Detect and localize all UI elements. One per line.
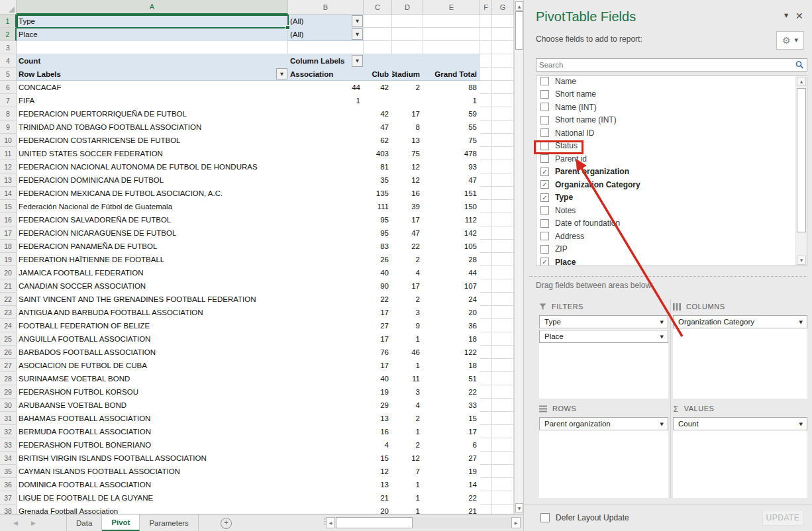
- rows-drop-area[interactable]: Parent organization▼: [539, 417, 668, 498]
- cell-D31[interactable]: 2: [392, 412, 423, 425]
- area-pill-organization-category[interactable]: Organization Category▼: [673, 315, 807, 328]
- row-header-9[interactable]: 9: [0, 121, 17, 134]
- cell-B5[interactable]: Association: [288, 68, 364, 81]
- cell-C5[interactable]: Club: [364, 68, 392, 81]
- field-item-zip[interactable]: ZIP: [540, 243, 568, 256]
- field-item-notes[interactable]: Notes: [540, 204, 576, 217]
- cell-C26[interactable]: 76: [364, 346, 392, 359]
- cell-G1[interactable]: [492, 15, 514, 28]
- cell-G10[interactable]: [492, 134, 514, 147]
- dropdown-arrow-icon[interactable]: ▼: [660, 320, 664, 325]
- cell-G16[interactable]: [492, 213, 514, 226]
- field-checkbox-notes[interactable]: [540, 206, 549, 215]
- columns-drop-area[interactable]: Organization Category▼: [673, 315, 807, 399]
- tab-nav-right-icon[interactable]: ▶: [31, 520, 36, 526]
- cell-D30[interactable]: 4: [392, 399, 423, 412]
- cell-D26[interactable]: 46: [392, 346, 423, 359]
- cell-B36[interactable]: [288, 478, 364, 491]
- defer-layout-update[interactable]: Defer Layout Update: [540, 513, 629, 522]
- area-pill-type[interactable]: Type▼: [539, 315, 668, 328]
- cell-C23[interactable]: 17: [364, 306, 392, 319]
- row-header-14[interactable]: 14: [0, 187, 17, 200]
- cell-A13[interactable]: FEDERACION DOMINICANA DE FUTBOL: [17, 173, 288, 187]
- cell-B4[interactable]: Column Labels▼: [288, 54, 364, 68]
- cell-B21[interactable]: [288, 279, 364, 293]
- cell-A18[interactable]: FEDERACION PANAMEÑA DE FUTBOL: [17, 240, 288, 253]
- cell-G32[interactable]: [492, 425, 514, 438]
- cell-A35[interactable]: CAYMAN ISLANDS FOOTBALL ASSOCIATION: [17, 465, 288, 478]
- cell-A15[interactable]: Federación Nacional de Fútbol de Guatema…: [17, 200, 288, 213]
- cell-F9[interactable]: [480, 121, 492, 134]
- cell-A1[interactable]: Type: [17, 15, 288, 28]
- cell-F26[interactable]: [480, 346, 492, 359]
- row-header-23[interactable]: 23: [0, 306, 17, 319]
- field-item-name[interactable]: Name: [540, 75, 576, 87]
- cell-E2[interactable]: [423, 28, 480, 41]
- cell-F14[interactable]: [480, 187, 492, 200]
- field-checkbox-place[interactable]: ✓: [540, 258, 549, 266]
- cell-F27[interactable]: [480, 359, 492, 372]
- row-header-1[interactable]: 1: [0, 15, 17, 28]
- cell-A25[interactable]: ANGUILLA FOOTBALL ASSOCIATION: [17, 332, 288, 346]
- sheet-tab-pivot[interactable]: Pivot: [102, 514, 140, 531]
- row-header-27[interactable]: 27: [0, 359, 17, 372]
- cell-C33[interactable]: 4: [364, 438, 392, 452]
- row-header-10[interactable]: 10: [0, 134, 17, 147]
- cell-G2[interactable]: [492, 28, 514, 41]
- cell-A23[interactable]: ANTIGUA AND BARBUDA FOOTBALL ASSOCIATION: [17, 306, 288, 319]
- cell-F1[interactable]: [480, 15, 492, 28]
- cell-C22[interactable]: 22: [364, 293, 392, 306]
- cell-F11[interactable]: [480, 147, 492, 160]
- filter-value-dropdown-button[interactable]: ▼: [352, 28, 363, 40]
- cell-A22[interactable]: SAINT VINCENT AND THE GRENADINES FOOTBAL…: [17, 293, 288, 306]
- cell-G22[interactable]: [492, 293, 514, 306]
- column-header-A[interactable]: A: [17, 0, 288, 15]
- cell-E31[interactable]: 15: [423, 412, 480, 425]
- cell-B29[interactable]: [288, 385, 364, 399]
- cell-F19[interactable]: [480, 253, 492, 266]
- cell-F38[interactable]: [480, 505, 492, 514]
- sheet-tab-data[interactable]: Data: [66, 514, 102, 531]
- sheet-tab-parameters[interactable]: Parameters: [140, 514, 198, 531]
- cell-F24[interactable]: [480, 319, 492, 332]
- cell-G9[interactable]: [492, 121, 514, 134]
- field-checkbox-national-id[interactable]: [540, 128, 549, 137]
- scroll-up-icon[interactable]: ▲: [797, 77, 806, 86]
- tools-button[interactable]: ⚙ ▼: [776, 31, 804, 50]
- field-item-parent-organization[interactable]: ✓Parent organization: [540, 166, 629, 178]
- cell-F36[interactable]: [480, 478, 492, 491]
- cell-E17[interactable]: 142: [423, 226, 480, 240]
- select-all-corner[interactable]: [0, 0, 17, 15]
- cell-D8[interactable]: 17: [392, 107, 423, 121]
- column-header-G[interactable]: G: [492, 0, 514, 15]
- cell-D2[interactable]: [392, 28, 423, 41]
- row-header-3[interactable]: 3: [0, 41, 17, 54]
- cell-F30[interactable]: [480, 399, 492, 412]
- cell-F37[interactable]: [480, 491, 492, 505]
- field-item-organization-category[interactable]: ✓Organization Category: [540, 178, 640, 191]
- cell-E33[interactable]: 6: [423, 438, 480, 452]
- cell-B14[interactable]: [288, 187, 364, 200]
- field-checkbox-type[interactable]: ✓: [540, 193, 549, 202]
- cell-E6[interactable]: 88: [423, 81, 480, 94]
- cell-E38[interactable]: 21: [423, 505, 480, 514]
- cell-D3[interactable]: [392, 41, 423, 54]
- cell-B6[interactable]: 44: [288, 81, 364, 94]
- cell-D28[interactable]: 11: [392, 372, 423, 385]
- row-header-36[interactable]: 36: [0, 478, 17, 491]
- cell-F2[interactable]: [480, 28, 492, 41]
- cell-F35[interactable]: [480, 465, 492, 478]
- cell-G5[interactable]: [492, 68, 514, 81]
- filter-value-dropdown-button[interactable]: ▼: [352, 15, 363, 27]
- row-header-20[interactable]: 20: [0, 266, 17, 279]
- cell-C30[interactable]: 29: [364, 399, 392, 412]
- search-icon[interactable]: [795, 60, 804, 72]
- cell-C24[interactable]: 27: [364, 319, 392, 332]
- cell-G29[interactable]: [492, 385, 514, 399]
- cell-E8[interactable]: 59: [423, 107, 480, 121]
- row-header-33[interactable]: 33: [0, 438, 17, 452]
- cell-D16[interactable]: 17: [392, 213, 423, 226]
- cell-E7[interactable]: 1: [423, 94, 480, 107]
- field-checkbox-name-int[interactable]: [540, 103, 549, 111]
- area-pill-count[interactable]: Count▼: [673, 417, 807, 430]
